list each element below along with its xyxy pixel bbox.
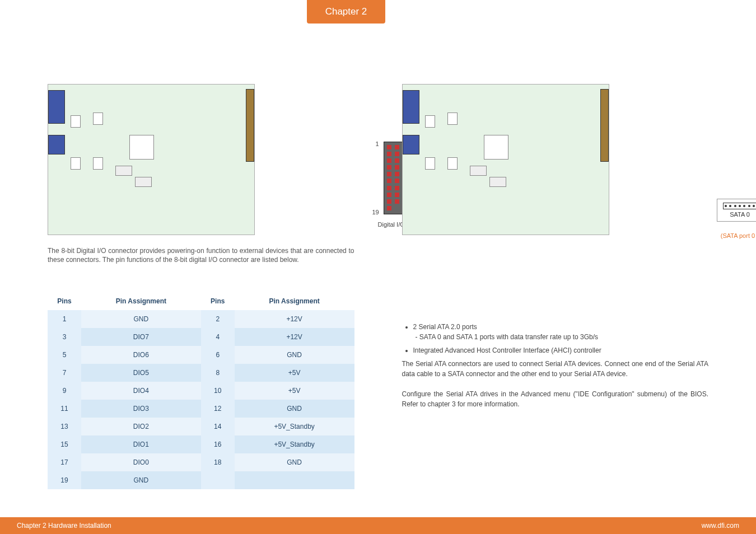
th-pins-2: Pins [201,292,235,310]
dio-description: The 8-bit Digital I/O connector provides… [48,246,354,264]
footer-right: www.dfi.com [702,522,739,530]
right-column: 7 1 GND RXP RXN GND TXN TXP GND [402,84,709,489]
sata-paragraph-1: The Serial ATA connectors are used to co… [402,359,709,379]
chapter-tab: Chapter 2 [307,0,385,24]
feature-bullet-2: Integrated Advanced Host Controller Inte… [413,345,709,355]
sata-legend: SATA 0 SATA 1 SATA 2.0 3Gb/s (SATA port … [717,199,756,248]
pin-label-19: 19 [372,209,379,216]
board-diagram-right [402,84,609,235]
page-body: 1 2 19 Digital I/O The 8-bit Digital I/O… [0,84,756,489]
feature-bullet-1: 2 Serial ATA 2.0 ports - SATA 0 and SATA… [413,322,709,342]
legend-sata0: SATA 0 [730,211,750,218]
th-assign-2: Pin Assignment [235,292,354,310]
pin-table: Pins Pin Assignment Pins Pin Assignment … [48,292,354,489]
left-column: 1 2 19 Digital I/O The 8-bit Digital I/O… [48,84,354,489]
page-footer: Chapter 2 Hardware Installation www.dfi.… [0,517,756,534]
sata-caption: SATA 2.0 3Gb/s (SATA port 0 provides ade… [717,224,756,248]
features-list: 2 Serial ATA 2.0 ports - SATA 0 and SATA… [413,322,709,355]
footer-left: Chapter 2 Hardware Installation [17,522,111,530]
sata-paragraph-2: Configure the Serial ATA drives in the A… [402,389,709,409]
board-diagram-left [48,84,255,235]
th-assign-1: Pin Assignment [81,292,201,310]
pin-label-1: 1 [376,140,379,147]
th-pins-1: Pins [48,292,81,310]
